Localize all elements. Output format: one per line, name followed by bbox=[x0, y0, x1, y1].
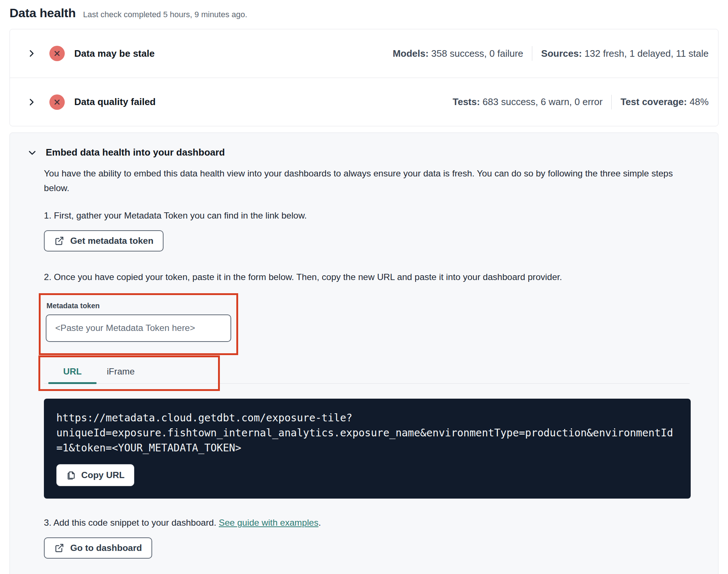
status-row-stale[interactable]: Data may be stale Models: 358 success, 0… bbox=[10, 29, 718, 78]
see-guide-link[interactable]: See guide with examples bbox=[219, 518, 318, 528]
copy-icon bbox=[66, 470, 76, 480]
sources-stat: Sources: 132 fresh, 1 delayed, 11 stale bbox=[541, 48, 709, 59]
tests-stat-label: Tests: bbox=[453, 96, 480, 107]
embed-section-body: You have the ability to embed this data … bbox=[44, 166, 690, 559]
data-health-page: Data health Last check completed 5 hours… bbox=[0, 0, 728, 574]
status-row-title: Data may be stale bbox=[74, 48, 155, 59]
tab-url[interactable]: URL bbox=[48, 358, 97, 383]
x-circle-icon bbox=[49, 94, 65, 110]
embed-url-line: uniqueId=exposure.fishtown_internal_anal… bbox=[56, 425, 678, 440]
embed-url-text: https://metadata.cloud.getdbt.com/exposu… bbox=[56, 410, 678, 455]
annotation-box-token-field: Metadata token bbox=[39, 293, 238, 355]
embed-section-header[interactable]: Embed data health into your dashboard bbox=[27, 147, 690, 158]
embed-section-card: Embed data health into your dashboard Yo… bbox=[10, 133, 718, 574]
get-metadata-token-label: Get metadata token bbox=[70, 236, 153, 246]
embed-tabs: URL iFrame bbox=[44, 358, 690, 384]
external-link-icon bbox=[54, 236, 64, 246]
status-card: Data may be stale Models: 358 success, 0… bbox=[10, 29, 718, 126]
status-row-quality[interactable]: Data quality failed Tests: 683 success, … bbox=[10, 78, 718, 126]
coverage-stat: Test coverage: 48% bbox=[620, 96, 709, 108]
tab-iframe[interactable]: iFrame bbox=[97, 358, 145, 383]
chevron-right-icon[interactable] bbox=[26, 48, 37, 59]
step-3-text: 3. Add this code snippet to your dashboa… bbox=[44, 518, 690, 528]
models-stat: Models: 358 success, 0 failure bbox=[393, 48, 523, 59]
models-stat-value: 358 success, 0 failure bbox=[429, 48, 524, 59]
x-circle-icon bbox=[49, 46, 65, 61]
embed-url-line: =1&token=<YOUR_METADATA_TOKEN> bbox=[56, 440, 678, 455]
embed-url-code-block: https://metadata.cloud.getdbt.com/exposu… bbox=[44, 399, 691, 499]
get-metadata-token-button[interactable]: Get metadata token bbox=[44, 230, 164, 251]
status-row-stats: Models: 358 success, 0 failure Sources: … bbox=[393, 46, 709, 61]
step-3-suffix: . bbox=[318, 518, 321, 528]
embed-description: You have the ability to embed this data … bbox=[44, 166, 673, 196]
chevron-right-icon[interactable] bbox=[26, 97, 37, 108]
metadata-token-label: Metadata token bbox=[46, 302, 231, 310]
copy-url-button[interactable]: Copy URL bbox=[56, 464, 134, 486]
go-to-dashboard-button[interactable]: Go to dashboard bbox=[44, 537, 152, 559]
status-row-title: Data quality failed bbox=[74, 96, 156, 108]
embed-section-title: Embed data health into your dashboard bbox=[46, 147, 225, 158]
stat-divider bbox=[611, 95, 612, 109]
step-1-text: 1. First, gather your Metadata Token you… bbox=[44, 210, 690, 221]
go-to-dashboard-label: Go to dashboard bbox=[70, 543, 142, 553]
sources-stat-label: Sources: bbox=[541, 48, 582, 59]
tests-stat-value: 683 success, 6 warn, 0 error bbox=[480, 96, 603, 107]
step-2-text: 2. Once you have copied your token, past… bbox=[44, 272, 690, 282]
coverage-stat-value: 48% bbox=[687, 96, 709, 107]
step-3-prefix: 3. Add this code snippet to your dashboa… bbox=[44, 518, 219, 528]
last-check-status: Last check completed 5 hours, 9 minutes … bbox=[83, 10, 247, 19]
external-link-icon bbox=[54, 543, 64, 553]
coverage-stat-label: Test coverage: bbox=[620, 96, 687, 107]
copy-url-label: Copy URL bbox=[81, 470, 124, 480]
sources-stat-value: 132 fresh, 1 delayed, 11 stale bbox=[582, 48, 709, 59]
chevron-down-icon[interactable] bbox=[27, 147, 38, 158]
stat-divider bbox=[532, 46, 532, 61]
tab-bar: URL iFrame bbox=[44, 358, 690, 384]
embed-url-line: https://metadata.cloud.getdbt.com/exposu… bbox=[56, 410, 678, 425]
page-title: Data health bbox=[10, 6, 76, 20]
metadata-token-input[interactable] bbox=[46, 314, 231, 342]
tests-stat: Tests: 683 success, 6 warn, 0 error bbox=[453, 96, 603, 108]
status-row-stats: Tests: 683 success, 6 warn, 0 error Test… bbox=[453, 95, 709, 109]
page-header: Data health Last check completed 5 hours… bbox=[10, 4, 718, 20]
models-stat-label: Models: bbox=[393, 48, 428, 59]
